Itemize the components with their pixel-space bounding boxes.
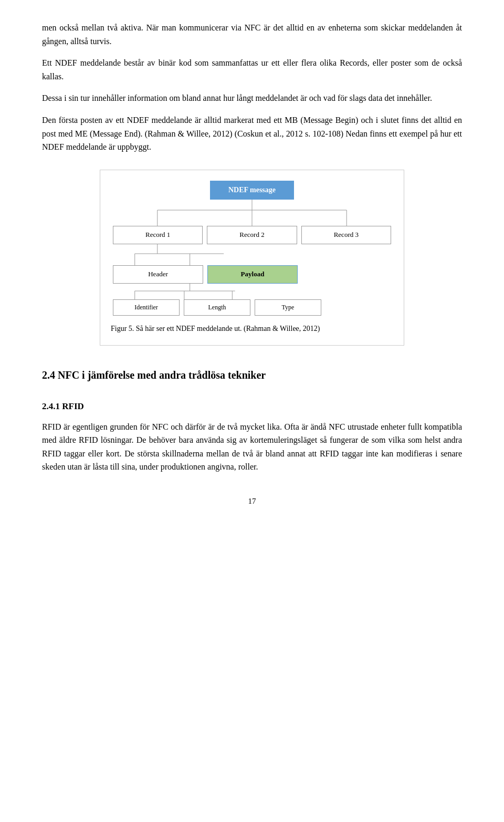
record-3-box: Record 3 — [301, 226, 391, 244]
section-2-4-heading: 2.4 NFC i jämförelse med andra trådlösa … — [42, 367, 462, 383]
paragraph-3: Dessa i sin tur innehåller information o… — [42, 91, 462, 105]
mid-connector-svg — [111, 244, 393, 265]
section-2-4-1-heading: 2.4.1 RFID — [42, 399, 462, 413]
paragraph-2: Ett NDEF meddelande består av binär kod … — [42, 56, 462, 83]
type-box: Type — [255, 299, 321, 316]
paragraph-4: Den första posten av ett NDEF meddelande… — [42, 113, 462, 154]
ndef-message-box: NDEF message — [210, 181, 294, 200]
paragraph-rfid: RFID är egentligen grunden för NFC och d… — [42, 420, 462, 474]
page-number: 17 — [42, 495, 462, 507]
paragraph-1: men också mellan två aktiva. När man kom… — [42, 21, 462, 48]
length-box: Length — [184, 299, 250, 316]
payload-box: Payload — [207, 265, 298, 284]
ndef-figure: NDEF message Record 1 Record 2 Record 3 — [100, 170, 404, 346]
header-payload-row: Header Payload — [111, 265, 393, 284]
record-1-box: Record 1 — [113, 226, 203, 244]
records-row: Record 1 Record 2 Record 3 — [111, 226, 393, 244]
top-connector-svg — [111, 200, 393, 226]
bottom-connector-svg — [111, 284, 393, 299]
ndef-diagram: NDEF message Record 1 Record 2 Record 3 — [111, 181, 393, 316]
figure-caption: Figur 5. Så här ser ett NDEF meddelande … — [111, 323, 393, 335]
record-2-box: Record 2 — [207, 226, 297, 244]
ilt-row: Identifier Length Type — [111, 299, 393, 316]
identifier-box: Identifier — [113, 299, 180, 316]
header-box: Header — [113, 265, 203, 284]
